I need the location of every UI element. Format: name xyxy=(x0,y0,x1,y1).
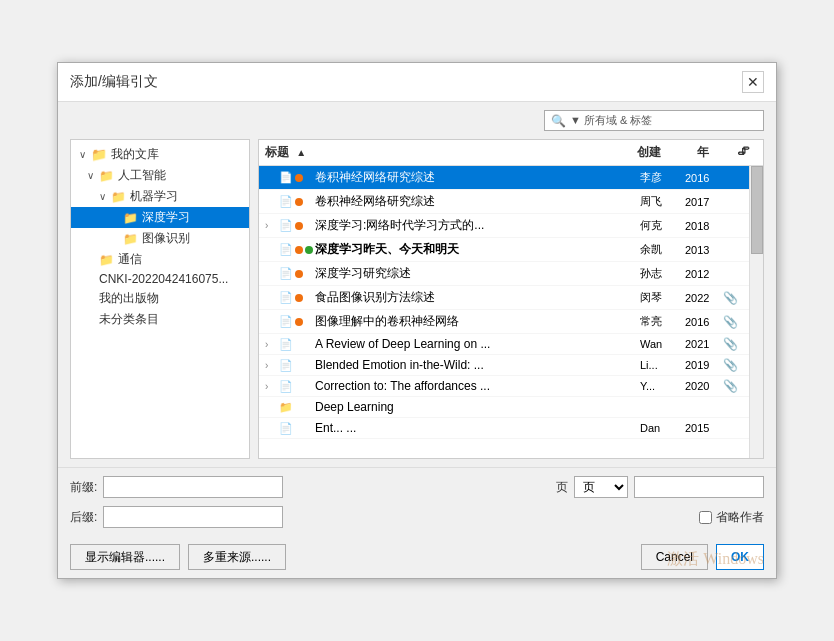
row-title: 图像理解中的卷积神经网络 xyxy=(315,313,640,330)
row-title: 卷积神经网络研究综述 xyxy=(315,169,640,186)
folder-icon: 📁 xyxy=(99,253,114,267)
row-expand-icon: › xyxy=(265,381,279,392)
row-title: Correction to: The affordances ... xyxy=(315,379,640,393)
suffix-group: 后缀: xyxy=(70,506,283,528)
row-dots xyxy=(295,174,315,182)
row-author: Wan xyxy=(640,338,685,350)
row-author: 闵琴 xyxy=(640,290,685,305)
row-author: 孙志 xyxy=(640,266,685,281)
table-row[interactable]: 📄 图像理解中的卷积神经网络 常亮 2016 📎 xyxy=(259,310,749,334)
folder-icon: 📁 xyxy=(123,211,138,225)
main-area: ∨ 📁 我的文库 ∨ 📁 人工智能 ∨ 📁 机器学习 📁 深度学习 xyxy=(58,139,776,467)
sidebar-item-cnki[interactable]: CNKI-2022042416075... xyxy=(71,270,249,288)
table-body-wrapper: 📄 卷积神经网络研究综述 李彦 2016 📄 xyxy=(259,166,763,458)
suffix-input[interactable] xyxy=(103,506,283,528)
sidebar-item-my-library[interactable]: ∨ 📁 我的文库 xyxy=(71,144,249,165)
multi-source-button[interactable]: 多重来源...... xyxy=(188,544,286,570)
sort-arrow: ▲ xyxy=(296,147,306,158)
dot-green xyxy=(305,246,313,254)
sidebar-item-label: 人工智能 xyxy=(118,167,166,184)
sidebar-tree: ∨ 📁 我的文库 ∨ 📁 人工智能 ∨ 📁 机器学习 📁 深度学习 xyxy=(70,139,250,459)
row-expand-icon: › xyxy=(265,339,279,350)
search-wrap[interactable]: 🔍 ▼ 所有域 & 标签 xyxy=(544,110,764,131)
row-year: 2018 xyxy=(685,220,723,232)
omit-author-wrap: 省略作者 xyxy=(699,509,764,526)
omit-author-checkbox[interactable] xyxy=(699,511,712,524)
dot-orange xyxy=(295,246,303,254)
table-row[interactable]: 📄 食品图像识别方法综述 闵琴 2022 📎 xyxy=(259,286,749,310)
row-dots xyxy=(295,294,315,302)
row-doc-icon: 📄 xyxy=(279,291,295,304)
search-domain-dropdown[interactable]: ▼ 所有域 & 标签 xyxy=(570,113,652,128)
sidebar-item-uncategorized[interactable]: 未分类条目 xyxy=(71,309,249,330)
dot-orange xyxy=(295,294,303,302)
sidebar-item-dl[interactable]: 📁 深度学习 xyxy=(71,207,249,228)
expand-arrow xyxy=(87,274,97,285)
close-button[interactable]: ✕ xyxy=(742,71,764,93)
sidebar-item-label: 深度学习 xyxy=(142,209,190,226)
row-dots xyxy=(295,270,315,278)
dot-orange xyxy=(295,198,303,206)
table-row[interactable]: › 📄 Blended Emotion in-the-Wild: ... Li.… xyxy=(259,355,749,376)
row-attach: 📎 xyxy=(723,315,743,329)
table-row[interactable]: 📄 卷积神经网络研究综述 周飞 2017 xyxy=(259,190,749,214)
table-row[interactable]: › 📄 Correction to: The affordances ... Y… xyxy=(259,376,749,397)
dot-orange xyxy=(295,222,303,230)
table-row[interactable]: › 📄 A Review of Deep Learning on ... Wan… xyxy=(259,334,749,355)
scrollbar-thumb xyxy=(751,166,763,254)
watermark: 激活 Windows xyxy=(667,549,764,570)
sidebar-item-ai[interactable]: ∨ 📁 人工智能 xyxy=(71,165,249,186)
table-row[interactable]: 📁 Deep Learning xyxy=(259,397,749,418)
sidebar-item-comm[interactable]: 📁 通信 xyxy=(71,249,249,270)
sidebar-item-ml[interactable]: ∨ 📁 机器学习 xyxy=(71,186,249,207)
row-doc-icon: 📄 xyxy=(279,267,295,280)
folder-icon: 📁 xyxy=(91,147,107,162)
row-doc-icon: 📄 xyxy=(279,195,295,208)
table-row[interactable]: › 📄 深度学习:网络时代学习方式的... 何克 2018 xyxy=(259,214,749,238)
table-header: 标题 ▲ 创建 年 🖇 xyxy=(259,140,763,166)
table-row[interactable]: 📄 深度学习昨天、今天和明天 余凯 2013 xyxy=(259,238,749,262)
row-year: 2015 xyxy=(685,422,723,434)
page-select[interactable]: 页 页码 章节 xyxy=(574,476,628,498)
row-author: 余凯 xyxy=(640,242,685,257)
row-year: 2013 xyxy=(685,244,723,256)
sidebar-item-label: CNKI-2022042416075... xyxy=(99,272,228,286)
row-title: 卷积神经网络研究综述 xyxy=(315,193,640,210)
dot-orange xyxy=(295,318,303,326)
bottom-section: 前缀: 页 页 页码 章节 后缀: 省略作者 xyxy=(58,467,776,536)
row-dots xyxy=(295,246,315,254)
row-doc-icon: 📄 xyxy=(279,219,295,232)
table-row[interactable]: 📄 卷积神经网络研究综述 李彦 2016 xyxy=(259,166,749,190)
sidebar-item-my-pub[interactable]: 我的出版物 xyxy=(71,288,249,309)
sidebar-item-label: 未分类条目 xyxy=(99,311,159,328)
row-title: 深度学习昨天、今天和明天 xyxy=(315,241,640,258)
col-author-header: 创建 xyxy=(637,144,697,161)
prefix-input[interactable] xyxy=(103,476,283,498)
page-input[interactable] xyxy=(634,476,764,498)
search-icon: 🔍 xyxy=(551,114,566,128)
col-title-header: 标题 ▲ xyxy=(265,144,637,161)
row-doc-icon: 📄 xyxy=(279,315,295,328)
show-editor-button[interactable]: 显示编辑器...... xyxy=(70,544,180,570)
sidebar-item-img[interactable]: 📁 图像识别 xyxy=(71,228,249,249)
reference-table: 标题 ▲ 创建 年 🖇 📄 卷积神经网络研究综述 xyxy=(258,139,764,459)
sidebar-item-label: 通信 xyxy=(118,251,142,268)
folder-icon: 📁 xyxy=(123,232,138,246)
scrollbar[interactable] xyxy=(749,166,763,458)
table-row[interactable]: 📄 深度学习研究综述 孙志 2012 xyxy=(259,262,749,286)
row-title: Deep Learning xyxy=(315,400,640,414)
row-author: Li... xyxy=(640,359,685,371)
col-year-header: 年 xyxy=(697,144,737,161)
row-title: Blended Emotion in-the-Wild: ... xyxy=(315,358,640,372)
row-dots xyxy=(295,318,315,326)
row-year: 2017 xyxy=(685,196,723,208)
row-year: 2020 xyxy=(685,380,723,392)
table-row[interactable]: 📄 Ent... ... Dan 2015 xyxy=(259,418,749,439)
main-dialog: 添加/编辑引文 ✕ 🔍 ▼ 所有域 & 标签 ∨ 📁 我的文库 ∨ 📁 人工智能 xyxy=(57,62,777,579)
row-year: 2016 xyxy=(685,316,723,328)
col-attach-header: 🖇 xyxy=(737,144,757,161)
row-year: 2012 xyxy=(685,268,723,280)
row-doc-icon: 📄 xyxy=(279,380,295,393)
search-bar: 🔍 ▼ 所有域 & 标签 xyxy=(58,102,776,139)
dialog-title: 添加/编辑引文 xyxy=(70,73,158,91)
